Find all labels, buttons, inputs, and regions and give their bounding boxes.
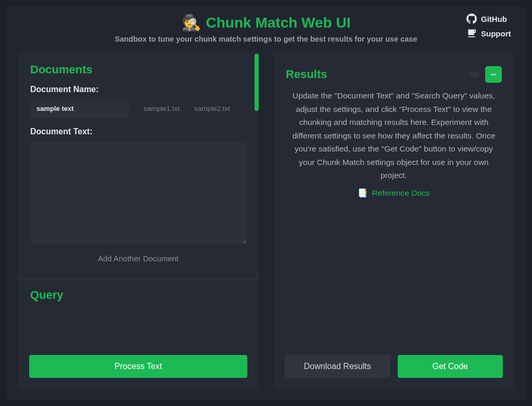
github-icon bbox=[466, 14, 477, 24]
results-toolbar-icon[interactable] bbox=[470, 72, 479, 77]
app-subtitle: Sandbox to tune your chunk match setting… bbox=[66, 35, 466, 43]
support-label: Support bbox=[481, 29, 511, 38]
results-title: Results bbox=[286, 68, 327, 81]
process-text-button[interactable]: Process Text bbox=[29, 355, 247, 378]
sample-file-1[interactable]: sample1.txt bbox=[144, 105, 180, 112]
header-center: 🕵️ Chunk Match Web UI Sandbox to tune yo… bbox=[66, 14, 466, 43]
documents-title: Documents bbox=[30, 63, 246, 77]
right-panel-scroll: Results ↔ Update the "Document Text" and… bbox=[273, 52, 514, 348]
reference-docs-label: Reference Docs bbox=[372, 188, 429, 198]
results-header-actions: ↔ bbox=[470, 66, 502, 83]
right-panel-footer: Download Results Get Code bbox=[273, 348, 514, 389]
github-label: GitHub bbox=[481, 15, 507, 23]
app-title: Chunk Match Web UI bbox=[206, 15, 351, 31]
header-links: GitHub Support bbox=[466, 14, 514, 39]
app-shell: 🕵️ Chunk Match Web UI Sandbox to tune yo… bbox=[6, 6, 526, 400]
right-panel: Results ↔ Update the "Document Text" and… bbox=[273, 52, 514, 389]
docs-icon: 📑 bbox=[358, 188, 368, 198]
results-header: Results ↔ bbox=[286, 66, 502, 83]
document-text-label: Document Text: bbox=[30, 127, 246, 136]
document-name-row: sample1.txt sample2.txt bbox=[30, 99, 246, 118]
reference-docs-link[interactable]: 📑 Reference Docs bbox=[358, 188, 429, 198]
results-body: Update the "Document Text" and "Search Q… bbox=[286, 89, 502, 229]
document-name-input[interactable] bbox=[30, 99, 129, 118]
left-panel: Documents Document Name: sample1.txt sam… bbox=[18, 52, 259, 389]
add-another-document[interactable]: Add Another Document bbox=[30, 254, 246, 263]
left-panel-scroll[interactable]: Documents Document Name: sample1.txt sam… bbox=[18, 52, 259, 348]
section-divider bbox=[18, 278, 259, 279]
left-panel-footer: Process Text bbox=[18, 348, 259, 389]
body-columns: Documents Document Name: sample1.txt sam… bbox=[18, 52, 514, 389]
download-results-button[interactable]: Download Results bbox=[285, 355, 390, 378]
header-title-row: 🕵️ Chunk Match Web UI bbox=[182, 14, 351, 32]
query-title: Query bbox=[30, 288, 246, 302]
expand-icon: ↔ bbox=[489, 70, 498, 79]
sample-file-2[interactable]: sample2.txt bbox=[194, 105, 230, 112]
coffee-icon bbox=[466, 28, 477, 39]
document-text-input[interactable] bbox=[30, 142, 246, 244]
detective-icon: 🕵️ bbox=[182, 14, 201, 32]
document-name-label: Document Name: bbox=[30, 85, 246, 94]
header: 🕵️ Chunk Match Web UI Sandbox to tune yo… bbox=[18, 14, 514, 43]
expand-results-button[interactable]: ↔ bbox=[485, 66, 502, 83]
scrollbar-thumb[interactable] bbox=[255, 54, 259, 111]
github-link[interactable]: GitHub bbox=[466, 14, 507, 24]
get-code-button[interactable]: Get Code bbox=[398, 355, 503, 378]
results-placeholder-message: Update the "Document Text" and "Search Q… bbox=[292, 89, 496, 182]
support-link[interactable]: Support bbox=[466, 28, 511, 39]
